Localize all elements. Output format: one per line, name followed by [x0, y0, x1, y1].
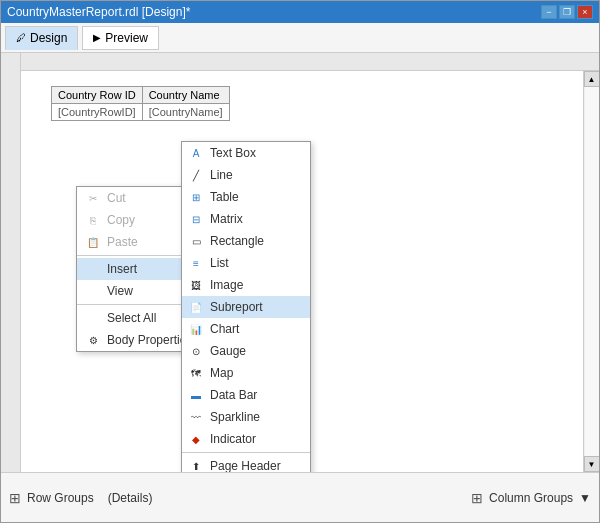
row-groups-section: ⊞ Row Groups (Details)	[9, 490, 471, 506]
details-label: (Details)	[108, 491, 153, 505]
databar-icon: ▬	[186, 387, 206, 403]
submenu-item-chart[interactable]: 📊 Chart	[182, 318, 310, 340]
close-button[interactable]: ×	[577, 5, 593, 19]
ruler-area: Country Row ID Country Name [CountryRowI…	[21, 53, 599, 472]
row-groups-label: Row Groups	[27, 491, 94, 505]
scroll-track	[585, 87, 599, 456]
submenu-item-gauge[interactable]: ⊙ Gauge	[182, 340, 310, 362]
design-content: Country Row ID Country Name [CountryRowI…	[21, 71, 599, 472]
sparkline-icon: 〰	[186, 409, 206, 425]
image-icon: 🖼	[186, 277, 206, 293]
scroll-up-button[interactable]: ▲	[584, 71, 600, 87]
submenu-separator	[182, 452, 310, 453]
toolbar: 🖊 Design ▶ Preview	[1, 23, 599, 53]
top-ruler	[21, 53, 599, 71]
preview-tab[interactable]: ▶ Preview	[82, 26, 159, 50]
preview-icon: ▶	[93, 32, 101, 43]
table-data-row: [CountryRowID] [CountryName]	[52, 104, 230, 121]
row-groups-icon: ⊞	[9, 490, 21, 506]
report-table: Country Row ID Country Name [CountryRowI…	[51, 86, 230, 121]
insert-submenu: A Text Box ╱ Line ⊞ Table ⊟	[181, 141, 311, 472]
design-tab[interactable]: 🖊 Design	[5, 26, 78, 50]
submenu-item-line[interactable]: ╱ Line	[182, 164, 310, 186]
list-icon: ≡	[186, 255, 206, 271]
submenu-item-subreport[interactable]: 📄 Subreport	[182, 296, 310, 318]
header-cell-rowid: Country Row ID	[52, 87, 143, 104]
title-bar: CountryMasterReport.rdl [Design]* − ❐ ×	[1, 1, 599, 23]
submenu-item-textbox[interactable]: A Text Box	[182, 142, 310, 164]
rectangle-icon: ▭	[186, 233, 206, 249]
chart-icon: 📊	[186, 321, 206, 337]
main-window: CountryMasterReport.rdl [Design]* − ❐ × …	[0, 0, 600, 523]
submenu-item-image[interactable]: 🖼 Image	[182, 274, 310, 296]
design-area[interactable]: Country Row ID Country Name [CountryRowI…	[21, 71, 583, 472]
expand-icon[interactable]: ▼	[579, 491, 591, 505]
submenu-item-databar[interactable]: ▬ Data Bar	[182, 384, 310, 406]
left-ruler	[1, 53, 21, 472]
design-icon: 🖊	[16, 32, 26, 43]
bottom-bar: ⊞ Row Groups (Details) ⊞ Column Groups ▼	[1, 472, 599, 522]
table-header-row: Country Row ID Country Name	[52, 87, 230, 104]
header-cell-name: Country Name	[142, 87, 229, 104]
column-groups-section: ⊞ Column Groups ▼	[471, 490, 591, 506]
submenu-item-pageheader[interactable]: ⬆ Page Header	[182, 455, 310, 472]
subreport-icon: 📄	[186, 299, 206, 315]
line-icon: ╱	[186, 167, 206, 183]
matrix-icon: ⊟	[186, 211, 206, 227]
cut-icon: ✂	[85, 190, 101, 206]
submenu-item-matrix[interactable]: ⊟ Matrix	[182, 208, 310, 230]
data-cell-rowid: [CountryRowID]	[52, 104, 143, 121]
paste-icon: 📋	[85, 234, 101, 250]
window-title: CountryMasterReport.rdl [Design]*	[7, 5, 541, 19]
submenu-item-list[interactable]: ≡ List	[182, 252, 310, 274]
table-icon: ⊞	[186, 189, 206, 205]
submenu-item-indicator[interactable]: ◆ Indicator	[182, 428, 310, 450]
submenu-item-rectangle[interactable]: ▭ Rectangle	[182, 230, 310, 252]
right-scrollbar[interactable]: ▲ ▼	[583, 71, 599, 472]
restore-button[interactable]: ❐	[559, 5, 575, 19]
indicator-icon: ◆	[186, 431, 206, 447]
column-groups-label: Column Groups	[489, 491, 573, 505]
scroll-down-button[interactable]: ▼	[584, 456, 600, 472]
body-props-icon: ⚙	[85, 332, 101, 348]
submenu-item-sparkline[interactable]: 〰 Sparkline	[182, 406, 310, 428]
title-bar-buttons: − ❐ ×	[541, 5, 593, 19]
main-area: Country Row ID Country Name [CountryRowI…	[1, 53, 599, 472]
textbox-icon: A	[186, 145, 206, 161]
data-cell-name: [CountryName]	[142, 104, 229, 121]
pageheader-icon: ⬆	[186, 458, 206, 472]
gauge-icon: ⊙	[186, 343, 206, 359]
column-groups-icon: ⊞	[471, 490, 483, 506]
submenu-item-table[interactable]: ⊞ Table	[182, 186, 310, 208]
copy-icon: ⎘	[85, 212, 101, 228]
minimize-button[interactable]: −	[541, 5, 557, 19]
submenu-item-map[interactable]: 🗺 Map	[182, 362, 310, 384]
map-icon: 🗺	[186, 365, 206, 381]
